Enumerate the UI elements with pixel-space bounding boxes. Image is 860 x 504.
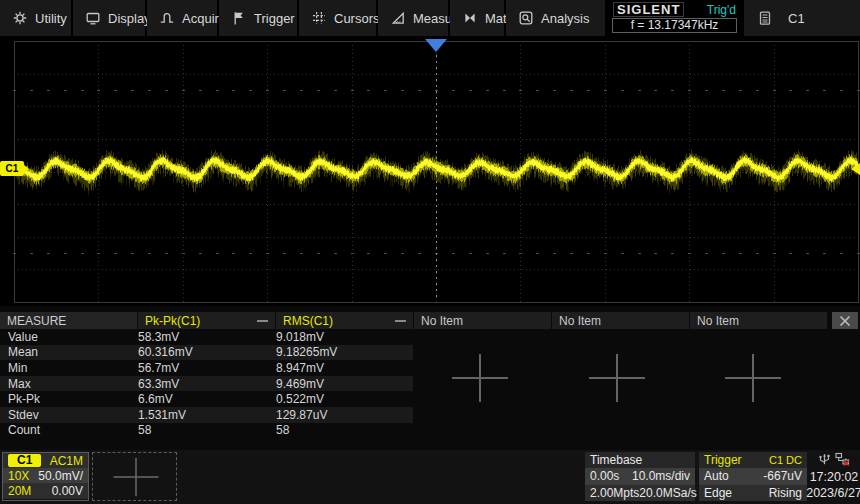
menu-item-analysis[interactable]: Analysis [506,0,607,36]
measure-column-header-4[interactable]: No Item [552,312,689,329]
add-channel-button[interactable] [92,452,177,501]
gear-icon [13,11,27,25]
channel-indicator: C1 [788,11,805,26]
add-measurement-button[interactable] [589,354,645,402]
cursors-icon [312,11,326,25]
network-disconnected-icon [835,452,850,469]
close-icon[interactable] [832,312,858,329]
menu-label: Display [108,11,151,26]
trigger-level-marker[interactable] [851,163,860,175]
probe-attenuation: 10X [8,469,29,483]
flag-icon [232,11,246,25]
measure-icon [391,11,405,25]
clock-time: 17:20:02 [810,469,859,485]
acquire-icon [160,11,174,25]
math-icon [463,11,477,25]
plus-icon [114,458,159,496]
trigger-mode: Auto [704,469,729,483]
add-measurement-button[interactable] [452,354,508,402]
timebase-box[interactable]: Timebase 0.00s 10.0ms/div 2.00Mpts 20.0M… [585,452,695,501]
measure-column-header-3[interactable]: No Item [414,312,551,329]
waveform-display[interactable]: C1 [0,36,860,306]
analysis-icon [519,11,533,25]
menu-label: Trigger [254,11,295,26]
memory-depth: 2.00Mpts [590,486,639,500]
clock-date: 2023/6/27 [806,485,860,501]
menu-label: Analysis [541,11,589,26]
channel-list-icon [758,11,772,25]
channel-menu-button[interactable]: C1 [744,0,860,36]
menubar: Utility Display Acquire Trigger Cursors … [0,0,860,36]
menu-item-measure[interactable]: Measure [378,0,450,36]
add-measurement-button[interactable] [725,354,781,402]
menu-item-acquire[interactable]: Acquire [147,0,219,36]
channel1-descriptor-box[interactable]: C1 AC1M 10X 50.0mV/ 20M 0.00V [2,452,89,501]
trigger-level: -667uV [763,469,802,483]
timebase-scale: 10.0ms/div [632,469,690,483]
trigger-box[interactable]: Trigger C1 DC Auto -667uV Edge Rising [699,452,807,501]
trigger-type: Edge [704,486,732,500]
measure-panel-title: MEASURE [0,312,137,329]
measure-panel: MEASURE Pk-Pk(C1) RMS(C1) No Item No Ite… [0,306,860,450]
menu-item-math[interactable]: Math [450,0,506,36]
display-icon [86,11,100,25]
trigger-source: C1 DC [769,454,802,466]
trigger-position-marker[interactable] [425,39,447,52]
timebase-title: Timebase [590,453,642,467]
channel-coupling: AC1M [50,454,83,468]
frequency-readout: f = 13.17347kHz [612,18,737,33]
brand-logo: SIGLENT [613,2,684,17]
menu-item-utility[interactable]: Utility [0,0,73,36]
menu-item-display[interactable]: Display [73,0,147,36]
collapse-icon[interactable] [395,320,406,322]
measure-column-header-5[interactable]: No Item [690,312,827,329]
usb-icon [818,452,831,469]
oscilloscope-screen: Utility Display Acquire Trigger Cursors … [0,0,860,504]
channel1-offset-marker[interactable]: C1 [0,161,24,176]
trigger-status-badge: Trig'd [707,3,736,17]
menu-label: Utility [35,11,67,26]
measure-column-header-2[interactable]: RMS(C1) [276,312,413,329]
bottom-bar: C1 AC1M 10X 50.0mV/ 20M 0.00V Timebase 0… [0,450,860,504]
menu-item-trigger[interactable]: Trigger [219,0,299,36]
measure-row-stdev: Stdev1.531mV129.87uV [0,407,860,423]
bandwidth-limit: 20M [8,484,31,498]
menu-item-cursors[interactable]: Cursors [299,0,378,36]
channel-name-chip: C1 [8,454,41,467]
measure-column-header-1[interactable]: Pk-Pk(C1) [138,312,275,329]
vertical-offset: 0.00V [52,484,83,498]
trigger-title: Trigger [704,453,742,467]
sample-rate: 20.0MSa/s [639,486,696,500]
scope-canvas[interactable] [0,36,860,306]
brand-block: SIGLENT Trig'd f = 13.17347kHz [607,0,744,36]
trigger-slope: Rising [769,486,802,500]
menu-label: Cursors [334,11,380,26]
vertical-scale: 50.0mV/ [38,469,83,483]
trigger-delay: 0.00s [590,469,619,483]
system-status-box: 17:20:02 2023/6/27 [808,452,860,501]
measure-row-value: Value58.3mV9.018mV [0,329,860,345]
measure-row-count: Count5858 [0,423,860,439]
collapse-icon[interactable] [257,320,268,322]
